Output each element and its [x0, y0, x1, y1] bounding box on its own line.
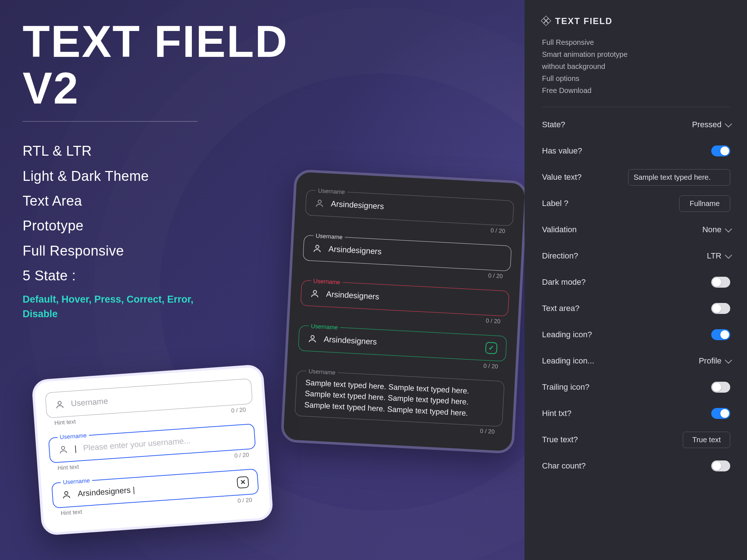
states-list: Default, Hover, Press, Correct, Error, D… [23, 292, 209, 322]
prop-label: State? [542, 120, 565, 129]
field-placeholder: Please enter your username... [83, 436, 191, 453]
panel-title: TEXT FIELD [555, 16, 612, 26]
panel-description: Full Responsive Smart animation prototyp… [542, 36, 730, 107]
prop-hint-txt: Hint txt? [542, 400, 730, 427]
svg-point-2 [313, 290, 317, 293]
text-area-toggle[interactable] [711, 303, 730, 314]
prop-label: Direction? [542, 251, 578, 261]
validation-select[interactable]: None [702, 225, 730, 234]
desc-line: Full options [542, 73, 730, 85]
user-icon [55, 400, 65, 410]
hint-text: Hint text [61, 509, 82, 517]
prop-label: Validation [542, 225, 577, 234]
char-counter: 0 / 20 [490, 227, 505, 234]
select-value: Pressed [692, 120, 721, 129]
prop-label: Leading icon? [542, 330, 592, 339]
user-icon [307, 334, 317, 343]
svg-point-4 [58, 401, 61, 404]
svg-point-3 [311, 335, 314, 339]
direction-select[interactable]: LTR [707, 251, 730, 261]
prop-label: Dark mode? [542, 277, 586, 287]
char-counter: 0 / 20 [231, 407, 246, 414]
user-icon [61, 490, 71, 500]
select-value: LTR [707, 251, 721, 261]
prop-label: Label ? [542, 199, 568, 208]
prop-label: Char count? [542, 461, 586, 471]
char-counter: 0 / 20 [483, 363, 498, 370]
properties-panel: TEXT FIELD Full Responsive Smart animati… [525, 0, 747, 560]
prop-has-value: Has value? [542, 138, 730, 164]
char-count-toggle[interactable] [711, 460, 730, 471]
chevron-down-icon [725, 120, 732, 128]
prop-char-count: Char count? [542, 453, 730, 479]
svg-point-6 [65, 491, 68, 495]
user-icon [58, 444, 68, 455]
char-counter: 0 / 20 [485, 318, 500, 325]
hint-text: Hint text [57, 463, 79, 471]
prop-value-text: Value text? [542, 164, 730, 190]
desc-line: Free Download [542, 85, 730, 97]
clear-icon[interactable]: ✕ [237, 476, 249, 489]
prop-true-text: True text? [542, 427, 730, 453]
prop-label: Value text? [542, 172, 581, 182]
prop-label: Label ? [542, 190, 730, 217]
prop-trailing-icon: Trailing icon? [542, 374, 730, 400]
char-counter: 0 / 20 [234, 452, 249, 459]
hint-txt-toggle[interactable] [711, 408, 730, 419]
state-select[interactable]: Pressed [692, 120, 730, 129]
panel-header: TEXT FIELD [542, 16, 730, 26]
prop-label: Has value? [542, 146, 582, 156]
desc-line: without background [542, 61, 730, 73]
prop-leading-icon-type: Leading icon... Profile [542, 348, 730, 374]
field-placeholder: Username [71, 396, 108, 408]
leading-icon-toggle[interactable] [711, 329, 730, 340]
trailing-icon-toggle[interactable] [711, 382, 730, 393]
field-value: Arsindesigners [77, 485, 135, 499]
value-text-input[interactable] [628, 169, 730, 186]
prop-state: State? Pressed [542, 112, 730, 138]
check-icon: ✓ [485, 342, 498, 354]
prop-label: Text area? [542, 304, 580, 313]
hero-title: TEXT FIELD V2 [23, 18, 351, 112]
chevron-down-icon [725, 357, 732, 364]
user-icon [312, 244, 322, 253]
divider [23, 121, 198, 122]
select-value: None [702, 225, 721, 234]
leading-icon-select[interactable]: Profile [699, 356, 730, 366]
prop-direction: Direction? LTR [542, 243, 730, 269]
char-counter: 0 / 20 [237, 497, 252, 504]
field-value: Arsindesigners [328, 244, 382, 257]
prop-label: Hint txt? [542, 409, 572, 418]
dark-mode-toggle[interactable] [711, 277, 730, 288]
prop-dark-mode: Dark mode? [542, 269, 730, 295]
char-counter: 0 / 20 [488, 272, 503, 280]
hint-text: Hint text [54, 418, 76, 426]
field-value: Arsindesigners [326, 289, 380, 302]
prop-label: True text? [542, 435, 578, 444]
svg-point-5 [61, 446, 65, 450]
light-phone-mock: Username Hint text0 / 20 Username | Plea… [31, 364, 274, 536]
desc-line: Smart animation prototype [542, 48, 730, 61]
select-value: Profile [699, 356, 721, 366]
label-text-input[interactable] [679, 195, 730, 212]
has-value-toggle[interactable] [711, 145, 730, 156]
char-counter: 0 / 20 [480, 428, 495, 435]
chevron-down-icon [725, 225, 732, 233]
component-icon [542, 17, 550, 25]
prop-text-area: Text area? [542, 295, 730, 322]
chevron-down-icon [725, 252, 732, 259]
user-icon [315, 198, 325, 208]
prop-validation: Validation None [542, 217, 730, 243]
user-icon [310, 288, 320, 298]
feature-item: RTL & LTR [23, 139, 351, 163]
prop-label: Leading icon... [542, 356, 594, 366]
desc-line: Full Responsive [542, 36, 730, 48]
field-value: Arsindesigners [324, 335, 377, 347]
svg-point-1 [316, 245, 319, 248]
field-value: Arsindesigners [331, 199, 384, 211]
dark-phone-mock: Username Arsindesigners 0 / 20 Username … [280, 169, 525, 454]
prop-leading-icon: Leading icon? [542, 322, 730, 348]
prop-label: Trailing icon? [542, 382, 589, 392]
true-text-input[interactable] [683, 432, 730, 448]
svg-point-0 [318, 200, 321, 203]
